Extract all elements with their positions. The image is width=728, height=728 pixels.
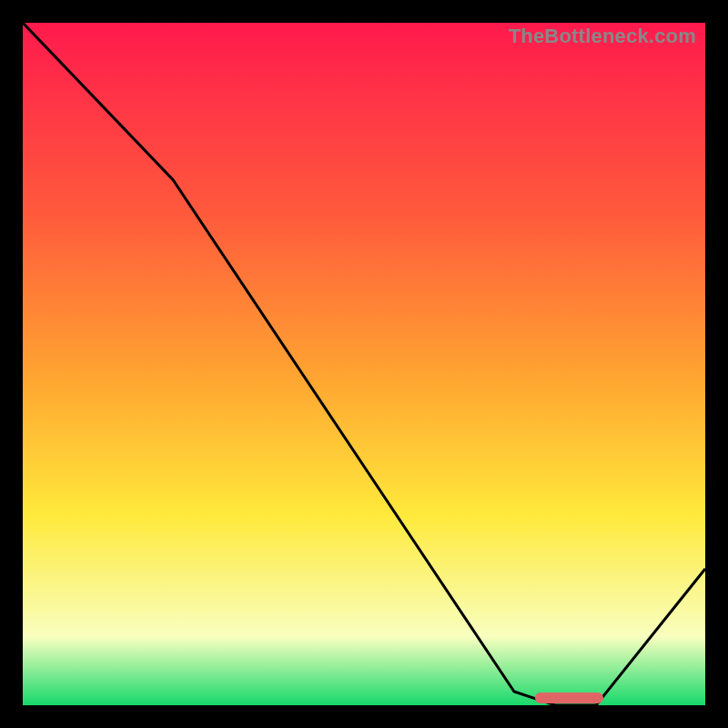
chart-frame: TheBottleneck.com — [0, 0, 728, 728]
plot-area: TheBottleneck.com — [23, 23, 705, 705]
curve-svg — [23, 23, 705, 705]
bottleneck-curve — [23, 23, 705, 705]
optimal-range-bar — [535, 693, 603, 703]
